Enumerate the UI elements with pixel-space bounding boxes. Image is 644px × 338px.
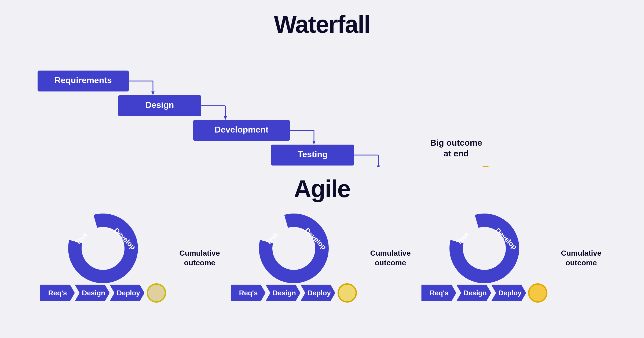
svg-text:Big outcome: Big outcome bbox=[430, 138, 482, 148]
waterfall-diagram: Requirements Design Development bbox=[21, 49, 623, 167]
sprint-2-deploy: Deploy bbox=[301, 285, 335, 301]
sprint-2-bar: Req's Design Deploy bbox=[231, 283, 357, 303]
svg-point-29 bbox=[266, 220, 322, 277]
agile-sprints-container: Test Develop Req's Design Deploy Cumulat… bbox=[21, 214, 623, 303]
agile-title: Agile bbox=[21, 175, 623, 203]
sprint-3-deploy: Deploy bbox=[491, 285, 526, 301]
sprint-1-design: Design bbox=[75, 285, 110, 301]
svg-point-26 bbox=[75, 220, 131, 277]
agile-section: Agile Test Develop Req's Design Deploy bbox=[0, 172, 644, 303]
sprint-3: Test Develop Req's Design Deploy bbox=[421, 214, 547, 303]
svg-marker-4 bbox=[151, 91, 155, 95]
sprint-1-bar: Req's Design Deploy bbox=[40, 283, 166, 303]
sprint-2-design: Design bbox=[266, 285, 301, 301]
main-container: Waterfall Requirements Design bbox=[0, 0, 644, 338]
sprint-1-circle: Test Develop bbox=[68, 214, 138, 283]
sprint-3-bar: Req's Design Deploy bbox=[421, 283, 547, 303]
waterfall-title: Waterfall bbox=[21, 11, 623, 38]
svg-point-24 bbox=[473, 167, 499, 167]
waterfall-section: Waterfall Requirements Design bbox=[0, 0, 644, 172]
svg-marker-19 bbox=[377, 166, 380, 167]
sprint-3-design: Design bbox=[456, 285, 491, 301]
sprint-2-coin bbox=[338, 283, 357, 303]
outcome-1: Cumulativeoutcome bbox=[180, 248, 220, 268]
sprint-3-circle: Test Develop bbox=[449, 214, 519, 283]
svg-text:Testing: Testing bbox=[298, 149, 327, 159]
sprint-1-coin bbox=[147, 283, 166, 303]
sprint-1: Test Develop Req's Design Deploy bbox=[40, 214, 166, 303]
sprint-3-reqs: Req's bbox=[421, 285, 456, 301]
outcome-2: Cumulativeoutcome bbox=[370, 248, 411, 268]
sprint-3-coin bbox=[528, 283, 547, 303]
outcome-3: Cumulativeoutcome bbox=[561, 248, 601, 268]
svg-marker-14 bbox=[312, 141, 316, 145]
sprint-1-deploy: Deploy bbox=[110, 285, 145, 301]
svg-text:at end: at end bbox=[444, 149, 469, 158]
svg-text:Development: Development bbox=[215, 125, 269, 134]
svg-text:Requirements: Requirements bbox=[54, 75, 112, 85]
sprint-1-reqs: Req's bbox=[40, 285, 75, 301]
sprint-2: Test Develop Req's Design Deploy bbox=[231, 214, 357, 303]
svg-point-32 bbox=[456, 220, 513, 277]
sprint-2-circle: Test Develop bbox=[259, 214, 329, 283]
svg-text:Design: Design bbox=[145, 100, 174, 110]
svg-marker-9 bbox=[224, 116, 227, 120]
sprint-2-reqs: Req's bbox=[231, 285, 266, 301]
